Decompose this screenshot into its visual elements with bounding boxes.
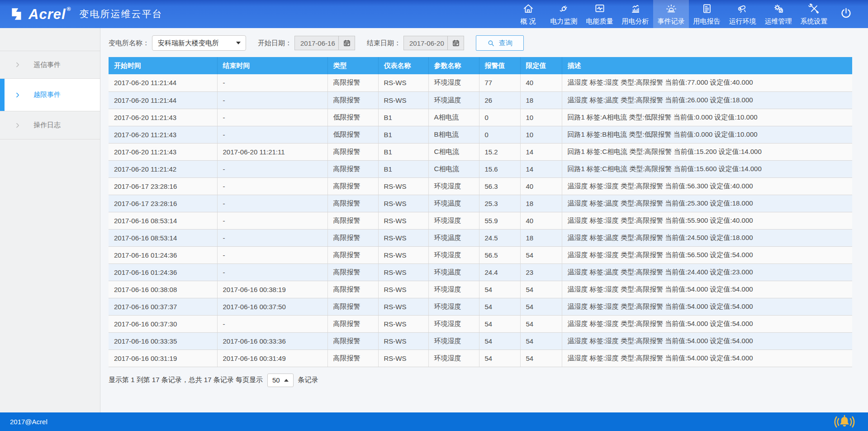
nav-item-power-quality[interactable]: 电能质量 bbox=[582, 0, 617, 28]
table-cell: B1 bbox=[378, 160, 428, 177]
table-cell: 2017-06-16 00:37:30 bbox=[109, 315, 217, 332]
end-date-input[interactable]: 2017-06-20 bbox=[403, 36, 464, 50]
table-cell: 2017-06-16 00:31:49 bbox=[217, 350, 327, 367]
nav-item-label: 运维管理 bbox=[765, 17, 792, 26]
table-cell: 2017-06-20 11:21:44 bbox=[109, 91, 217, 109]
table-cell: 高限报警 bbox=[327, 143, 378, 160]
logo-text: Acrel® bbox=[28, 7, 71, 21]
filter-bar: 变电所名称： 安科瑞新大楼变电所 开始日期： 2017-06-16 结束日期： … bbox=[109, 34, 852, 53]
table-row: 2017-06-20 11:21:43-低限报警B1A相电流010回路1 标签:… bbox=[109, 109, 852, 126]
events-table: 开始时间结束时间类型仪表名称参数名称报警值限定值描述 2017-06-20 11… bbox=[109, 57, 852, 367]
table-cell: 14 bbox=[520, 160, 562, 177]
table-cell: 高限报警 bbox=[327, 177, 378, 195]
table-cell: 2017-06-16 01:24:36 bbox=[109, 263, 217, 281]
table-cell: 温湿度 标签:湿度 类型:高限报警 当前值:54.000 设定值:54.000 bbox=[562, 281, 852, 298]
sidebar: 遥信事件越限事件操作日志 bbox=[0, 28, 100, 412]
table-cell: 环境湿度 bbox=[428, 315, 479, 332]
brand: Acrel® 变电所运维云平台 bbox=[0, 0, 162, 28]
table-cell: 2017-06-16 01:24:36 bbox=[109, 246, 217, 263]
table-cell: 高限报警 bbox=[327, 212, 378, 229]
table-cell: 15.2 bbox=[479, 143, 520, 160]
table-row: 2017-06-20 11:21:42-高限报警B1C相电流15.614回路1 … bbox=[109, 160, 852, 177]
table-cell: 温湿度 标签:湿度 类型:高限报警 当前值:77.000 设定值:40.000 bbox=[562, 74, 852, 91]
nav-item-system-settings[interactable]: 系统设置 bbox=[796, 0, 832, 28]
sidebar-item-operation-log[interactable]: 操作日志 bbox=[0, 111, 100, 139]
end-date-label: 结束日期： bbox=[367, 39, 401, 48]
table-cell: 温湿度 标签:湿度 类型:高限报警 当前值:54.000 设定值:54.000 bbox=[562, 350, 852, 367]
pagination-suffix: 条记录 bbox=[298, 376, 318, 384]
table-cell: 2017-06-20 11:21:43 bbox=[109, 143, 217, 160]
table-row: 2017-06-16 08:53:14-高限报警RS-WS环境湿度55.940温… bbox=[109, 212, 852, 229]
table-cell: 18 bbox=[520, 195, 562, 212]
table-cell: 0 bbox=[479, 109, 520, 126]
chevron-right-icon bbox=[14, 92, 21, 98]
table-row: 2017-06-17 23:28:16-高限报警RS-WS环境湿度56.340温… bbox=[109, 177, 852, 195]
station-select[interactable]: 安科瑞新大楼变电所 bbox=[152, 35, 246, 51]
calendar-icon[interactable] bbox=[447, 36, 464, 50]
column-header: 描述 bbox=[562, 57, 852, 74]
calendar-icon[interactable] bbox=[338, 36, 355, 50]
search-icon bbox=[487, 39, 495, 47]
table-cell: B1 bbox=[378, 109, 428, 126]
alarm-icon bbox=[665, 3, 677, 14]
pagination: 显示第 1 到第 17 条记录，总共 17 条记录 每页显示 50 条记录 bbox=[109, 374, 852, 387]
table-cell: - bbox=[217, 177, 327, 195]
page-size-select[interactable]: 50 bbox=[267, 374, 294, 387]
table-cell: RS-WS bbox=[378, 177, 428, 195]
acrel-logo-icon bbox=[9, 6, 24, 22]
logout-power-button[interactable] bbox=[832, 0, 860, 28]
table-cell: 高限报警 bbox=[327, 195, 378, 212]
table-cell: 2017-06-20 11:21:44 bbox=[109, 74, 217, 91]
nav-item-label: 运行环境 bbox=[729, 17, 756, 26]
table-cell: 54 bbox=[479, 332, 520, 350]
nav-item-environment[interactable]: 运行环境 bbox=[725, 0, 760, 28]
table-cell: 温湿度 标签:湿度 类型:高限报警 当前值:56.500 设定值:54.000 bbox=[562, 246, 852, 263]
table-cell: 温湿度 标签:温度 类型:高限报警 当前值:24.400 设定值:23.000 bbox=[562, 263, 852, 281]
table-cell: 环境湿度 bbox=[428, 350, 479, 367]
table-cell: 高限报警 bbox=[327, 263, 378, 281]
table-cell: 10 bbox=[520, 126, 562, 143]
column-header: 报警值 bbox=[479, 57, 520, 74]
table-cell: 56.3 bbox=[479, 177, 520, 195]
nav-item-label: 事件记录 bbox=[658, 17, 685, 26]
table-cell: 54 bbox=[520, 281, 562, 298]
nav-item-label: 电力监测 bbox=[550, 17, 578, 26]
nav-item-event-record[interactable]: 事件记录 bbox=[653, 0, 689, 28]
table-cell: 26 bbox=[479, 91, 520, 109]
table-row: 2017-06-16 00:37:372017-06-16 00:37:50高限… bbox=[109, 298, 852, 315]
table-cell: 温湿度 标签:湿度 类型:高限报警 当前值:55.900 设定值:40.000 bbox=[562, 212, 852, 229]
start-date-input[interactable]: 2017-06-16 bbox=[294, 36, 355, 50]
nav-item-overview[interactable]: 概 况 bbox=[510, 0, 546, 28]
table-cell: 回路1 标签:B相电流 类型:低限报警 当前值:0.000 设定值:10.000 bbox=[562, 126, 852, 143]
pagination-summary: 显示第 1 到第 17 条记录，总共 17 条记录 每页显示 bbox=[109, 376, 263, 384]
search-button[interactable]: 查询 bbox=[476, 35, 524, 51]
sidebar-item-label: 遥信事件 bbox=[33, 61, 61, 69]
table-body: 2017-06-20 11:21:44-高限报警RS-WS环境湿度7740温湿度… bbox=[109, 74, 852, 367]
nav-item-maintenance[interactable]: 运维管理 bbox=[760, 0, 796, 28]
start-date-value: 2017-06-16 bbox=[295, 36, 338, 50]
table-cell: 24.5 bbox=[479, 229, 520, 246]
top-navbar: Acrel® 变电所运维云平台 概 况电力监测电能质量用电分析事件记录用电报告运… bbox=[0, 0, 868, 28]
table-cell: RS-WS bbox=[378, 298, 428, 315]
table-cell: 2017-06-16 00:37:50 bbox=[217, 298, 327, 315]
table-cell: 低限报警 bbox=[327, 126, 378, 143]
table-cell: - bbox=[217, 195, 327, 212]
page-title: 变电所运维云平台 bbox=[79, 8, 162, 20]
table-cell: RS-WS bbox=[378, 263, 428, 281]
sidebar-item-limit-events[interactable]: 越限事件 bbox=[0, 79, 100, 111]
nav-item-power-monitor[interactable]: 电力监测 bbox=[546, 0, 582, 28]
nav-item-usage-report[interactable]: 用电报告 bbox=[689, 0, 725, 28]
bell-icon[interactable] bbox=[833, 414, 856, 430]
table-cell: 54 bbox=[520, 246, 562, 263]
station-label: 变电所名称： bbox=[109, 39, 149, 48]
nav-item-usage-analysis[interactable]: 用电分析 bbox=[617, 0, 653, 28]
main-content: 变电所名称： 安科瑞新大楼变电所 开始日期： 2017-06-16 结束日期： … bbox=[100, 28, 868, 412]
table-cell: 25.3 bbox=[479, 195, 520, 212]
column-header: 仪表名称 bbox=[378, 57, 428, 74]
sidebar-item-remote-signal-events[interactable]: 遥信事件 bbox=[0, 51, 100, 79]
table-row: 2017-06-16 00:38:082017-06-16 00:38:19高限… bbox=[109, 281, 852, 298]
table-cell: 54 bbox=[479, 315, 520, 332]
table-cell: 18 bbox=[520, 91, 562, 109]
table-cell: 2017-06-16 00:31:19 bbox=[109, 350, 217, 367]
table-cell: - bbox=[217, 91, 327, 109]
